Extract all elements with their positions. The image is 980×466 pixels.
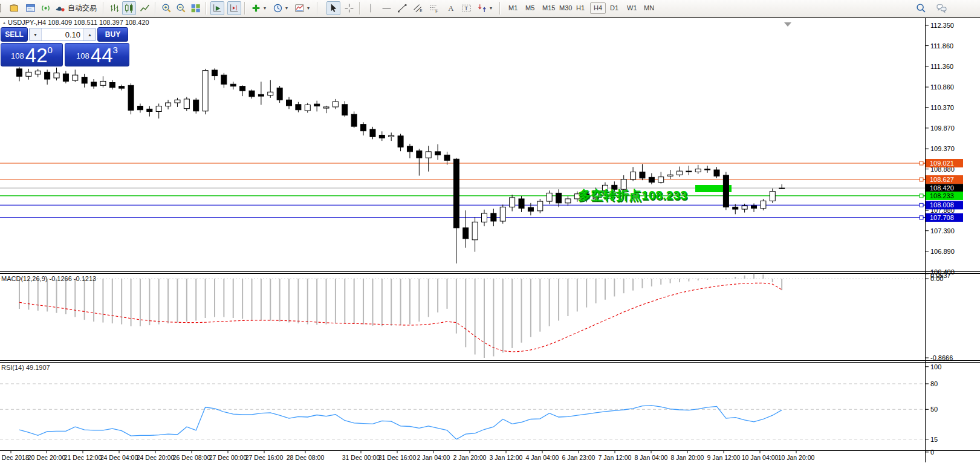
autoscroll-icon[interactable] <box>210 1 224 15</box>
candle-body <box>73 75 78 80</box>
bars-chart-icon[interactable] <box>108 1 122 15</box>
timeframe-button-D1[interactable]: D1 <box>607 2 621 14</box>
hline-handle[interactable] <box>920 161 923 165</box>
candle-body <box>305 105 310 111</box>
buy-button[interactable]: BUY <box>97 27 128 42</box>
candle-body <box>156 106 161 112</box>
timeframe-button-M1[interactable]: M1 <box>505 2 521 14</box>
buy-price-box[interactable]: 108443 <box>65 43 129 66</box>
templates-dropdown-arrow-icon[interactable]: ▾ <box>305 1 311 15</box>
terminal-icon[interactable] <box>24 1 37 15</box>
candle-body <box>565 199 571 203</box>
channel-icon[interactable]: E <box>411 1 425 15</box>
candle-body <box>398 136 403 147</box>
candle-body <box>417 151 422 158</box>
hline-handle[interactable] <box>920 216 923 219</box>
chart-background <box>0 18 980 466</box>
fibonacci-icon[interactable]: F <box>427 1 441 15</box>
time-tick-label: 4 Jan 04:00 <box>526 454 559 461</box>
hline-handle[interactable] <box>920 203 923 207</box>
candle-body <box>751 206 757 209</box>
candle-body <box>426 152 431 158</box>
timeframe-button-M15[interactable]: M15 <box>539 2 558 14</box>
indicators-icon[interactable] <box>249 1 263 15</box>
trendline-icon[interactable] <box>395 1 409 15</box>
candle-body <box>109 83 115 88</box>
candle-body <box>203 71 208 111</box>
templates-icon[interactable] <box>293 1 307 15</box>
timeframe-button-M5[interactable]: M5 <box>522 2 537 14</box>
candle-body <box>175 100 180 103</box>
time-tick-label: 26 Dec 08:00 <box>173 454 211 461</box>
turning-point-annotation[interactable]: 多空转折点108.233 <box>578 188 687 202</box>
arrows-dropdown-arrow-icon[interactable]: ▾ <box>488 1 494 15</box>
time-tick-label: 31 Dec 16:00 <box>378 454 417 461</box>
volume-stepper[interactable]: ▼ ▲ <box>29 28 96 41</box>
textlabel-icon[interactable]: T <box>459 1 473 15</box>
timeframe-button-M30[interactable]: M30 <box>556 2 575 14</box>
candle-body <box>63 74 68 81</box>
autotrade-button[interactable]: 自动交易 <box>52 1 100 15</box>
ohlc-text: USDJPY-,H4 108.409 108.511 108.397 108.4… <box>8 19 149 26</box>
periods-icon[interactable] <box>271 1 285 15</box>
hline-handle[interactable] <box>920 194 923 198</box>
candle-body <box>314 104 320 106</box>
buy-price-main: 44 <box>91 47 113 64</box>
price-tick-label: 111.360 <box>930 63 953 70</box>
candle-body <box>351 114 357 126</box>
journal-icon[interactable] <box>7 1 21 15</box>
candle-body <box>342 105 348 115</box>
timeframe-button-H1[interactable]: H1 <box>573 2 588 14</box>
timeframe-button-MN[interactable]: MN <box>641 2 657 14</box>
candle-body <box>128 85 134 110</box>
price-tick-label: 110.370 <box>930 104 954 111</box>
indicators-dropdown-arrow-icon[interactable]: ▾ <box>262 1 268 15</box>
chart-area[interactable]: 多空转折点108.233多空转折点108.233112.350111.86011… <box>0 0 980 466</box>
price-marker-label: 108.008 <box>930 201 954 209</box>
vline-icon[interactable] <box>364 1 378 15</box>
volume-increase-icon[interactable]: ▲ <box>83 28 96 40</box>
time-tick-label: 28 Dec 08:00 <box>287 454 325 461</box>
candle-body <box>742 206 747 209</box>
price-tick-label: 111.860 <box>930 42 953 50</box>
timeframe-button-W1[interactable]: W1 <box>624 2 640 14</box>
rsi-indicator-label: RSI(14) 49.1907 <box>1 364 50 371</box>
price-tick-label: 107.390 <box>930 227 955 235</box>
one-click-trading-panel: SELL ▼ ▲ BUY 108420 108443 <box>1 27 129 66</box>
candle-body <box>463 228 469 239</box>
search-icon[interactable] <box>914 1 928 15</box>
chartshift-icon[interactable] <box>227 1 241 15</box>
hline-handle[interactable] <box>920 178 923 181</box>
chat-icon[interactable] <box>935 1 949 15</box>
periods-dropdown-arrow-icon[interactable]: ▾ <box>284 1 290 15</box>
price-marker-label: 107.708 <box>930 214 954 221</box>
candle-body <box>723 175 729 207</box>
signal-icon[interactable] <box>39 1 53 15</box>
tile-windows-icon[interactable] <box>189 1 203 15</box>
candle-body <box>677 171 682 175</box>
volume-input[interactable] <box>42 28 83 40</box>
sell-price-box[interactable]: 108420 <box>1 43 63 66</box>
toolbar-separator <box>103 2 104 15</box>
candle-body <box>166 103 171 106</box>
hline-icon[interactable] <box>380 1 394 15</box>
candle-body <box>695 169 701 172</box>
line-chart-icon[interactable] <box>138 1 152 15</box>
macd-axis-label: 0.00 <box>930 275 943 282</box>
toolbar-separator <box>499 2 501 15</box>
text-icon[interactable]: A <box>444 1 458 15</box>
time-tick-label: 9 Jan 12:00 <box>707 454 741 461</box>
timeframe-button-H4[interactable]: H4 <box>590 2 606 14</box>
candle-body <box>407 146 412 152</box>
candle-body <box>91 82 97 86</box>
zoom-in-icon[interactable] <box>160 1 174 15</box>
zoom-out-icon[interactable] <box>174 1 188 15</box>
volume-decrease-icon[interactable]: ▼ <box>30 28 42 40</box>
cursor-icon[interactable] <box>326 1 340 15</box>
sell-button[interactable]: SELL <box>1 27 28 42</box>
crosshair-icon[interactable] <box>342 1 356 15</box>
candles-chart-icon[interactable] <box>122 1 136 15</box>
time-tick-label: 27 Dec 16:00 <box>245 454 284 461</box>
arrows-icon[interactable] <box>475 1 489 15</box>
rsi-axis-label: 15 <box>930 436 938 443</box>
